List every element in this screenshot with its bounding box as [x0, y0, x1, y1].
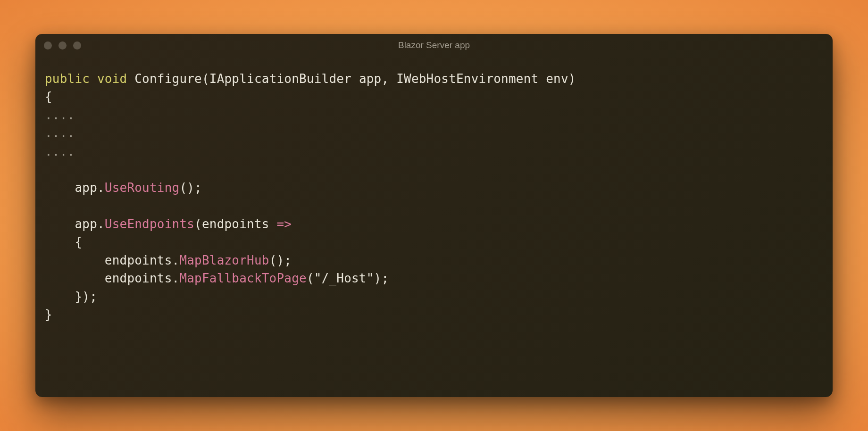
ellipsis-line: .... [45, 144, 75, 158]
type-iapplicationbuilder: IApplicationBuilder [209, 72, 351, 86]
comma: , [381, 72, 396, 86]
param-app: app [359, 72, 382, 86]
code-window: Blazor Server app public void Configure(… [35, 34, 833, 397]
paren-open: ( [307, 271, 314, 285]
close-traffic-light[interactable] [44, 41, 52, 50]
ellipsis-line: .... [45, 126, 75, 140]
traffic-lights [44, 41, 81, 50]
semicolon: ; [284, 253, 292, 267]
method-mapblazorhub: MapBlazorHub [179, 253, 269, 267]
var-app: app [75, 217, 97, 231]
type-iwebhostenvironment: IWebHostEnvironment [396, 72, 538, 86]
titlebar: Blazor Server app [35, 34, 833, 57]
brace-close: } [45, 307, 52, 322]
var-app: app [75, 181, 97, 195]
method-userouting: UseRouting [105, 181, 180, 195]
dot: . [97, 181, 105, 195]
paren-open: ( [194, 217, 202, 231]
var-endpoints: endpoints [105, 271, 172, 285]
lambda-close: }); [75, 290, 97, 304]
param-env: env [546, 72, 568, 86]
parens: () [179, 181, 194, 195]
dot: . [97, 217, 105, 231]
dot: . [172, 253, 180, 267]
brace-open: { [45, 90, 52, 104]
paren-close: ) [568, 72, 576, 86]
arrow-operator: => [277, 217, 292, 231]
code-editor[interactable]: public void Configure(IApplicationBuilde… [35, 57, 833, 333]
ellipsis-line: .... [45, 108, 75, 122]
string-host: "/_Host" [314, 271, 374, 285]
keyword-void: void [97, 72, 127, 86]
semicolon: ; [194, 181, 202, 195]
brace-open: { [75, 235, 82, 249]
parens: () [269, 253, 284, 267]
keyword-public: public [45, 72, 90, 86]
semicolon: ; [381, 271, 389, 285]
paren-close: ) [374, 271, 382, 285]
var-endpoints: endpoints [105, 253, 172, 267]
method-useendpoints: UseEndpoints [105, 217, 194, 231]
window-title: Blazor Server app [35, 40, 833, 50]
dot: . [172, 271, 180, 285]
method-name-configure: Configure [134, 72, 202, 86]
maximize-traffic-light[interactable] [73, 41, 81, 50]
paren-open: ( [202, 72, 209, 86]
param-endpoints: endpoints [202, 217, 269, 231]
minimize-traffic-light[interactable] [58, 41, 67, 50]
method-mapfallbacktopage: MapFallbackToPage [179, 271, 307, 285]
